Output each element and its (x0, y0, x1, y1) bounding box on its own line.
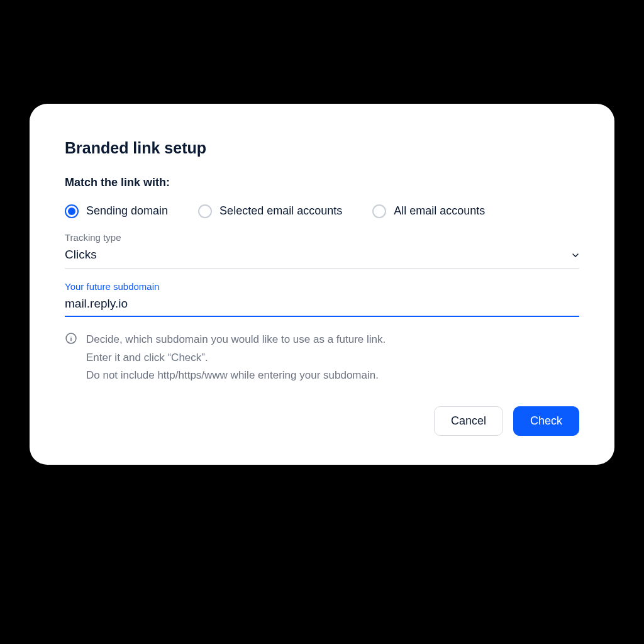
radio-sending-domain[interactable]: Sending domain (65, 204, 168, 218)
chevron-down-icon (570, 250, 579, 259)
radio-all-email-accounts[interactable]: All email accounts (372, 204, 485, 218)
radio-label: All email accounts (394, 204, 485, 218)
match-link-radio-group: Sending domain Selected email accounts A… (65, 204, 579, 218)
button-row: Cancel Check (65, 406, 579, 436)
branded-link-setup-card: Branded link setup Match the link with: … (30, 104, 614, 465)
tracking-type-value: Clicks (65, 248, 97, 262)
radio-label: Sending domain (86, 204, 168, 218)
cancel-button[interactable]: Cancel (434, 406, 503, 436)
match-link-subtitle: Match the link with: (65, 176, 579, 189)
svg-point-2 (71, 335, 72, 336)
radio-icon (198, 204, 212, 218)
info-row: Decide, which subdomain you would like t… (65, 331, 579, 386)
radio-icon (372, 204, 386, 218)
radio-selected-email-accounts[interactable]: Selected email accounts (198, 204, 342, 218)
radio-icon (65, 204, 79, 218)
info-line-1: Decide, which subdomain you would like t… (86, 331, 386, 349)
info-line-3: Do not include http/https/www while ente… (86, 367, 386, 385)
tracking-type-select[interactable]: Clicks (65, 248, 579, 269)
info-text: Decide, which subdomain you would like t… (86, 331, 386, 386)
subdomain-field: Your future subdomain (65, 281, 579, 317)
subdomain-label: Your future subdomain (65, 281, 579, 292)
radio-label: Selected email accounts (219, 204, 342, 218)
info-icon (65, 332, 77, 345)
tracking-type-field: Tracking type Clicks (65, 232, 579, 269)
subdomain-input-wrap (65, 297, 579, 317)
tracking-type-label: Tracking type (65, 232, 579, 243)
check-button[interactable]: Check (513, 406, 579, 436)
subdomain-input[interactable] (65, 297, 579, 311)
info-line-2: Enter it and click “Check”. (86, 349, 386, 367)
card-title: Branded link setup (65, 139, 579, 157)
